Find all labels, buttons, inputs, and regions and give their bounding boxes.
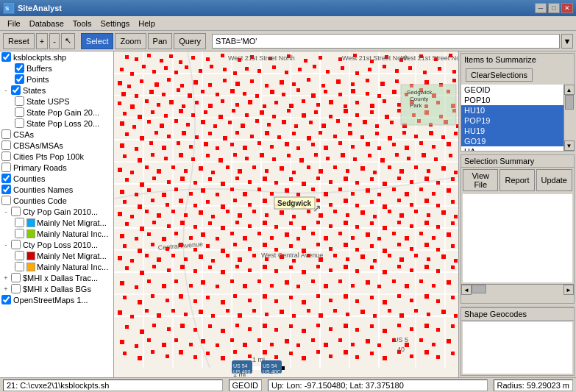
svg-rect-132 <box>208 104 213 108</box>
maximize-button[interactable]: □ <box>548 3 560 13</box>
list-item[interactable]: Counties Names <box>0 184 113 195</box>
layer-checkbox-cty-pop-gain[interactable] <box>11 207 21 216</box>
svg-rect-245 <box>366 142 370 146</box>
scroll-down-arrow[interactable]: ▼ <box>564 140 575 151</box>
scroll-thumb[interactable] <box>565 95 574 110</box>
list-item[interactable]: OpenStreetMaps 1... <box>0 294 113 305</box>
layer-checkbox-nat-inc-loss[interactable] <box>15 262 24 271</box>
layer-checkbox-csas[interactable] <box>1 129 11 139</box>
layer-checkbox-counties-names[interactable] <box>1 185 11 194</box>
layer-checkbox-state-pop-loss[interactable] <box>15 118 24 128</box>
list-item-pop19[interactable]: POP19 <box>461 115 563 126</box>
layer-checkbox-ksblockpts[interactable] <box>1 52 11 62</box>
query-input[interactable] <box>212 34 560 49</box>
layer-checkbox-primary-roads[interactable] <box>1 163 11 172</box>
list-item[interactable]: Cities Pts Pop 100k <box>0 151 113 162</box>
list-item[interactable]: ksblockpts.shp <box>0 51 113 63</box>
svg-rect-188 <box>282 120 286 124</box>
list-item-pop10[interactable]: POP10 <box>461 95 563 105</box>
layer-checkbox-nat-inc-gain[interactable] <box>15 229 24 238</box>
list-item[interactable]: CBSAs/MSAs <box>0 140 113 151</box>
menu-help[interactable]: Help <box>134 18 160 29</box>
list-item-geoid[interactable]: GEOID <box>461 85 563 95</box>
layer-checkbox-net-migr-loss[interactable] <box>15 251 24 260</box>
list-item[interactable]: + $MHI x Dallas BGs <box>0 283 113 294</box>
layer-checkbox-counties[interactable] <box>1 174 11 183</box>
layer-checkbox-net-migr-gain[interactable] <box>15 218 24 227</box>
view-file-button[interactable]: View File <box>463 169 498 191</box>
layer-checkbox-counties-code[interactable] <box>1 196 11 205</box>
svg-rect-102 <box>149 90 154 94</box>
layer-checkbox-cty-pop-loss[interactable] <box>11 240 21 249</box>
scroll-right-arrow[interactable]: ► <box>563 285 574 295</box>
expand-icon[interactable]: + <box>1 285 10 293</box>
report-button[interactable]: Report <box>499 169 534 191</box>
scroll-up-arrow[interactable]: ▲ <box>564 85 575 95</box>
select-button[interactable]: Select <box>81 33 114 49</box>
zoom-button[interactable]: Zoom <box>115 33 146 49</box>
layer-checkbox-points[interactable] <box>15 74 24 84</box>
list-item[interactable]: Primary Roads <box>0 162 113 173</box>
menu-settings[interactable]: Settings <box>96 18 135 29</box>
svg-rect-240 <box>296 146 300 150</box>
layer-checkbox-state-usps[interactable] <box>15 96 24 106</box>
query-dropdown[interactable]: ▼ <box>561 34 573 49</box>
ss-hthumb[interactable] <box>472 285 486 293</box>
list-item[interactable]: Mainly Net Migrat... <box>0 250 113 261</box>
svg-rect-611 <box>193 328 197 332</box>
list-item-ua[interactable]: UA <box>461 146 563 151</box>
layer-checkbox-mhi-dallas-trac[interactable] <box>11 273 21 282</box>
items-scrollbar[interactable]: ▲ ▼ <box>563 85 574 151</box>
close-button[interactable]: ✕ <box>561 3 573 13</box>
menu-file[interactable]: File <box>3 18 25 29</box>
list-item[interactable]: State USPS <box>0 96 113 107</box>
layer-checkbox-states[interactable] <box>11 85 21 95</box>
list-item[interactable]: + $MHI x Dallas Trac... <box>0 272 113 283</box>
expand-icon[interactable]: - <box>1 240 10 249</box>
menu-tools[interactable]: Tools <box>68 18 96 29</box>
minimize-button[interactable]: ─ <box>535 3 547 13</box>
expand-icon[interactable]: + <box>1 274 10 282</box>
layer-checkbox-cities[interactable] <box>1 152 11 161</box>
layer-checkbox-openstreetmaps[interactable] <box>1 295 11 304</box>
zoom-in-button[interactable]: + <box>36 33 48 49</box>
cursor-button[interactable]: ↖ <box>61 33 75 49</box>
clear-selections-button[interactable]: ClearSelections <box>466 68 533 82</box>
zoom-out-button[interactable]: - <box>49 33 60 49</box>
map-area[interactable]: West 21st Street North West 21st Street … <box>114 51 458 377</box>
svg-rect-115 <box>324 90 327 93</box>
svg-rect-163 <box>287 109 291 113</box>
list-item[interactable]: CSAs <box>0 129 113 140</box>
list-item[interactable]: Points <box>0 74 113 85</box>
list-item[interactable]: Mainly Natural Inc... <box>0 228 113 239</box>
reset-button[interactable]: Reset <box>3 33 35 49</box>
list-item[interactable]: - Cty Pop Loss 2010... <box>0 239 113 250</box>
svg-text:US 400: US 400 <box>233 369 250 374</box>
list-item[interactable]: State Pop Gain 20... <box>0 107 113 118</box>
list-item[interactable]: Mainly Net Migrat... <box>0 217 113 228</box>
update-button[interactable]: Update <box>536 169 572 191</box>
scroll-left-arrow[interactable]: ◄ <box>461 285 472 295</box>
list-item-hu19[interactable]: HU19 <box>461 126 563 136</box>
list-item-go19[interactable]: GO19 <box>461 136 563 146</box>
list-item[interactable]: Counties <box>0 173 113 184</box>
list-item[interactable]: - States <box>0 85 113 96</box>
svg-rect-598 <box>360 310 365 314</box>
svg-rect-425 <box>410 224 413 228</box>
layer-checkbox-buffers[interactable] <box>15 63 24 73</box>
expand-icon[interactable]: - <box>1 207 10 216</box>
list-item[interactable]: Buffers <box>0 63 113 74</box>
svg-rect-133 <box>221 99 224 103</box>
list-item[interactable]: - Cty Pop Gain 2010... <box>0 206 113 217</box>
layer-checkbox-cbsas[interactable] <box>1 140 11 150</box>
list-item[interactable]: Counties Code <box>0 195 113 206</box>
list-item[interactable]: State Pop Loss 20... <box>0 118 113 129</box>
list-item-hu10[interactable]: HU10 <box>461 105 563 115</box>
layer-checkbox-mhi-dallas-bgs[interactable] <box>11 284 21 293</box>
layer-checkbox-state-pop-gain[interactable] <box>15 107 24 117</box>
query-button[interactable]: Query <box>174 33 206 49</box>
expand-icon[interactable]: - <box>1 86 10 95</box>
menu-database[interactable]: Database <box>25 18 68 29</box>
list-item[interactable]: Mainly Natural Inc... <box>0 261 113 272</box>
pan-button[interactable]: Pan <box>148 33 173 49</box>
